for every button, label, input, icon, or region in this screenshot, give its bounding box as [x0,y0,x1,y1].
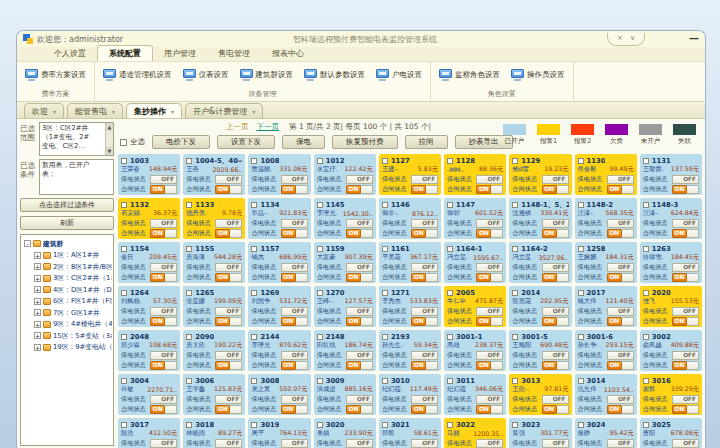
protect-toggle[interactable]: OFF [150,263,177,272]
protect-toggle[interactable]: OFF [542,219,569,228]
meter-card[interactable]: 1155贵海薄544.28元保电状态OFF合闸状态ON [183,242,245,283]
meter-card[interactable]: 1164-2冯立星3527.06..保电状态OFF合闸状态ON [509,242,571,283]
protect-toggle[interactable]: OFF [281,263,308,272]
card-checkbox[interactable] [121,378,127,384]
card-checkbox[interactable] [512,334,518,340]
tab-3[interactable]: 集抄操作▾ [126,103,182,118]
card-checkbox[interactable] [578,202,584,208]
protect-toggle[interactable]: OFF [476,263,503,272]
meter-card[interactable]: 3022马丽1200.35..保电状态OFF合闸状态ON [444,418,506,448]
meter-card[interactable]: 3011纪幻霞346.06元保电状态OFF合闸状态ON [444,374,506,415]
meter-card[interactable]: 2005牛仁中475.87元保电状态OFF合闸状态ON [444,286,506,327]
protect-toggle[interactable]: OFF [672,395,699,404]
switch-toggle[interactable]: ON [542,273,569,282]
protect-toggle[interactable]: OFF [607,395,634,404]
switch-toggle[interactable]: ON [215,229,242,238]
meter-card[interactable]: 2020佳飞155.53元保电状态OFF合闸状态ON [640,286,702,327]
meter-card[interactable]: 1258王婉媛.184.31元保电状态OFF合闸状态ON [575,242,637,283]
card-checkbox[interactable] [578,378,584,384]
card-checkbox[interactable] [512,422,518,428]
switch-toggle[interactable]: ON [411,229,438,238]
switch-toggle[interactable]: ON [150,229,177,238]
refresh-button[interactable]: 刷新 [20,216,114,230]
switch-toggle[interactable]: ON [607,405,634,414]
protect-toggle[interactable]: OFF [150,175,177,184]
expander-icon[interactable]: + [34,263,41,270]
switch-toggle[interactable]: ON [411,361,438,370]
meter-card[interactable]: 1008贾温丽.331.08元保电状态OFF合闸状态ON [248,154,310,195]
meter-card[interactable]: 3008吴之翼550.97元保电状态OFF合闸状态ON [248,374,310,415]
card-checkbox[interactable] [186,334,192,340]
tree-item-4[interactable]: +4区：D区1#井（D区1 [24,285,112,295]
switch-toggle[interactable]: ON [150,361,177,370]
tree-item-6[interactable]: +7区：G区1#井 [24,308,112,318]
card-checkbox[interactable] [121,422,127,428]
protect-toggle[interactable]: OFF [150,351,177,360]
switch-toggle[interactable]: ON [346,317,373,326]
protect-toggle[interactable]: OFF [215,307,242,316]
protect-toggle[interactable]: OFF [281,307,308,316]
card-checkbox[interactable] [382,246,388,252]
meter-card[interactable]: 2090贵文欣190.22元保电状态OFF合闸状态ON [183,330,245,371]
protect-toggle[interactable]: OFF [411,175,438,184]
protect-toggle[interactable]: OFF [476,351,503,360]
switch-toggle[interactable]: ON [476,229,503,238]
meter-card[interactable]: 3006王学鑫125.83元保电状态OFF合闸状态ON [183,374,245,415]
protect-toggle[interactable]: OFF [281,219,308,228]
card-checkbox[interactable] [317,158,323,164]
meter-card[interactable]: 1271李秀杰533.83元保电状态OFF合闸状态ON [379,286,441,327]
meter-card[interactable]: 1164-1冯立星.1595.67..保电状态OFF合闸状态ON [444,242,506,283]
protect-toggle[interactable]: OFF [281,395,308,404]
switch-toggle[interactable]: ON [281,317,308,326]
protect-toggle[interactable]: OFF [346,219,373,228]
meter-card[interactable]: 3004许敏2270.71..保电状态OFF合闸状态ON [118,374,180,415]
meter-card[interactable]: 2017钱大伟121.40元保电状态OFF合闸状态ON [575,286,637,327]
card-checkbox[interactable] [643,378,649,384]
expander-icon[interactable]: + [34,344,41,351]
meter-card[interactable]: 1161平美花367.17元保电状态OFF合闸状态ON [379,242,441,283]
expander-icon[interactable]: + [34,321,41,328]
meter-card[interactable]: 1265张星娜199.09元保电状态OFF合闸状态ON [183,286,245,327]
switch-toggle[interactable]: ON [672,361,699,370]
switch-toggle[interactable]: ON [346,273,373,282]
meter-card[interactable]: 2148田红线186.74元保电状态OFF合闸状态ON [314,330,376,371]
protect-toggle[interactable]: OFF [346,307,373,316]
menu-item-3[interactable]: 用户管理 [153,46,207,61]
card-checkbox[interactable] [447,422,453,428]
protect-toggle[interactable]: OFF [346,439,373,448]
scroll-up-icon[interactable]: ▲ [106,123,113,131]
menu-item-4[interactable]: 售电管理 [207,46,261,61]
meter-card[interactable]: 3025曹阳678.08元保电状态OFF合闸状态ON [640,418,702,448]
card-checkbox[interactable] [121,158,127,164]
switch-toggle[interactable]: ON [607,229,634,238]
protect-toggle[interactable]: OFF [411,307,438,316]
card-checkbox[interactable] [251,334,257,340]
card-checkbox[interactable] [643,290,649,296]
expander-icon[interactable]: - [24,240,31,247]
ribbon-button-2-4[interactable]: 默认参数设置 [304,69,365,81]
protect-toggle[interactable]: OFF [542,263,569,272]
switch-toggle[interactable]: ON [281,405,308,414]
protect-toggle[interactable]: OFF [607,439,634,448]
chevron-down-icon[interactable]: ▾ [112,108,115,115]
switch-toggle[interactable]: ON [215,361,242,370]
tab-2[interactable]: 能管售电▾ [67,103,123,118]
protect-toggle[interactable]: OFF [411,351,438,360]
next-page-link[interactable]: 下一页 [257,122,280,131]
switch-toggle[interactable]: ON [542,229,569,238]
meter-card[interactable]: 3016谢辉339.29元保电状态OFF合闸状态ON [640,374,702,415]
switch-toggle[interactable]: ON [346,361,373,370]
protect-toggle[interactable]: OFF [346,395,373,404]
protect-toggle[interactable]: OFF [607,219,634,228]
protect-toggle[interactable]: OFF [411,219,438,228]
tab-4[interactable]: 开户&计费管理▾ [185,103,263,118]
card-checkbox[interactable] [447,158,453,164]
tree-item-2[interactable]: +2区：B区1#井/B区1#井 [24,262,112,272]
toolbar-button-5[interactable]: 拉闸 [405,135,448,149]
selected-condition-box[interactable]: 新用表，已开户表； [39,159,114,195]
toolbar-button-1[interactable]: 电价下发 [152,135,210,149]
tree-item-7[interactable]: +9区：4#楼电井（4#楼 [24,319,112,329]
card-checkbox[interactable] [578,290,584,296]
protect-toggle[interactable]: OFF [215,175,242,184]
meter-card[interactable]: 3024徐静95.42元保电状态OFF合闸状态ON [575,418,637,448]
